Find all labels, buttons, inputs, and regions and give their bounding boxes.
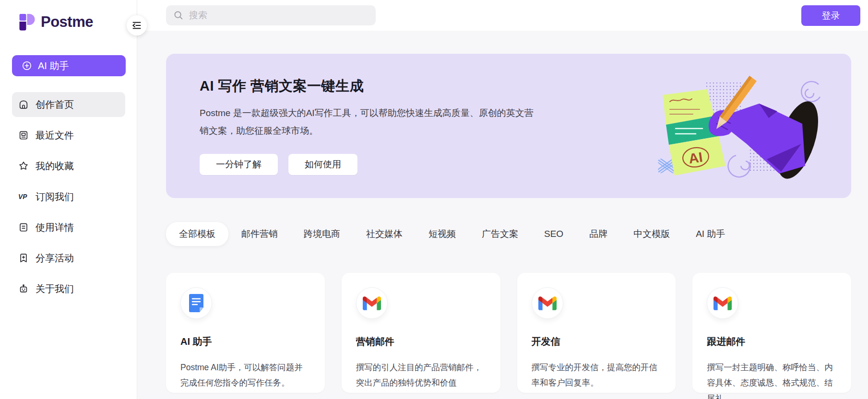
template-card-marketing-email[interactable]: 营销邮件 撰写的引人注目的产品营销邮件，突出产品的独特优势和价值 xyxy=(342,273,500,393)
sidebar-item-label: 分享活动 xyxy=(36,252,74,265)
tab-seo[interactable]: SEO xyxy=(531,223,576,245)
how-to-use-button[interactable]: 如何使用 xyxy=(288,154,357,175)
template-card-grid: AI 助手 Postme AI助手，可以解答问题并完成任何您指令的写作任务。 xyxy=(166,273,851,393)
sidebar-item-share-activity[interactable]: 分享活动 xyxy=(12,246,125,270)
gmail-icon xyxy=(532,287,563,319)
usage-details-icon xyxy=(18,222,29,233)
recent-files-icon xyxy=(18,130,29,141)
circle-plus-icon xyxy=(22,60,32,71)
sidebar-item-label: 使用详情 xyxy=(36,221,74,234)
hero-illustration: AI xyxy=(655,72,828,187)
content-area: AI 写作 营销文案一键生成 Postme 是一款超级强大的AI写作工具，可以帮… xyxy=(137,31,868,399)
tab-email-marketing[interactable]: 邮件营销 xyxy=(228,222,291,246)
favorites-star-icon xyxy=(18,161,29,171)
sidebar-item-usage-details[interactable]: 使用详情 xyxy=(12,215,125,240)
card-title: AI 助手 xyxy=(180,335,310,348)
card-description: 撰写一封主题明确、称呼恰当、内容具体、态度诚恳、格式规范、结尾礼... xyxy=(707,360,837,399)
sidebar-item-label: 我的收藏 xyxy=(36,160,74,173)
card-title: 跟进邮件 xyxy=(707,335,837,348)
svg-text:AI: AI xyxy=(688,149,703,166)
card-title: 营销邮件 xyxy=(356,335,486,348)
tab-brand[interactable]: 品牌 xyxy=(576,222,620,246)
app-window: Postme AI 助手 创作首页 xyxy=(0,0,868,399)
tab-social-media[interactable]: 社交媒体 xyxy=(353,222,416,246)
template-card-follow-up-email[interactable]: 跟进邮件 撰写一封主题明确、称呼恰当、内容具体、态度诚恳、格式规范、结尾礼... xyxy=(692,273,851,393)
card-description: 撰写专业的开发信，提高您的开信率和客户回复率。 xyxy=(532,360,662,391)
main-area: 登录 AI 写作 营销文案一键生成 Postme 是一款超级强大的AI写作工具，… xyxy=(137,0,868,399)
gmail-icon xyxy=(356,287,388,319)
sidebar-item-label: 最近文件 xyxy=(36,129,74,142)
hand-writing-ai-illustration: AI xyxy=(655,72,828,185)
search-bar[interactable] xyxy=(166,5,376,25)
search-icon xyxy=(174,11,183,20)
template-card-cold-email[interactable]: 开发信 撰写专业的开发信，提高您的开信率和客户回复率。 xyxy=(517,273,676,393)
sidebar: Postme AI 助手 创作首页 xyxy=(0,0,137,399)
template-card-ai-assistant[interactable]: AI 助手 Postme AI助手，可以解答问题并完成任何您指令的写作任务。 xyxy=(166,273,325,393)
sidebar-item-about-us[interactable]: 关于我们 xyxy=(12,276,125,301)
template-category-tabs: 全部模板 邮件营销 跨境电商 社交媒体 短视频 广告文案 SEO 品牌 中文模版… xyxy=(166,222,851,246)
card-description: 撰写的引人注目的产品营销邮件，突出产品的独特优势和价值 xyxy=(356,360,486,391)
tab-ai-assistant[interactable]: AI 助手 xyxy=(683,222,738,246)
postme-logo-icon xyxy=(18,12,36,32)
tab-cross-border-ecommerce[interactable]: 跨境电商 xyxy=(291,222,353,246)
tab-all-templates[interactable]: 全部模板 xyxy=(166,222,228,246)
sidebar-item-subscribe[interactable]: VP 订阅我们 xyxy=(12,184,125,209)
brand-name: Postme xyxy=(41,13,93,31)
brand-logo[interactable]: Postme xyxy=(0,0,137,32)
ai-assistant-button-label: AI 助手 xyxy=(38,59,69,72)
login-button[interactable]: 登录 xyxy=(801,5,860,26)
sidebar-item-home[interactable]: 创作首页 xyxy=(12,92,125,117)
tab-short-video[interactable]: 短视频 xyxy=(416,222,469,246)
sidebar-item-recent-files[interactable]: 最近文件 xyxy=(12,123,125,148)
top-bar: 登录 xyxy=(137,0,868,31)
sidebar-item-favorites[interactable]: 我的收藏 xyxy=(12,153,125,178)
sidebar-item-label: 创作首页 xyxy=(36,98,74,111)
one-minute-intro-button[interactable]: 一分钟了解 xyxy=(200,154,278,175)
svg-text:VP: VP xyxy=(18,193,27,200)
home-icon xyxy=(18,99,29,110)
share-activity-icon xyxy=(18,253,29,263)
google-docs-icon xyxy=(180,287,212,319)
collapse-sidebar-button[interactable] xyxy=(127,15,147,35)
search-input[interactable] xyxy=(189,10,362,21)
hero-banner: AI 写作 营销文案一键生成 Postme 是一款超级强大的AI写作工具，可以帮… xyxy=(166,54,851,198)
tab-ad-copy[interactable]: 广告文案 xyxy=(469,222,531,246)
tab-chinese-templates[interactable]: 中文模版 xyxy=(620,222,683,246)
sidebar-item-label: 订阅我们 xyxy=(36,190,74,203)
hero-description: Postme 是一款超级强大的AI写作工具，可以帮助您快速生成高质量、原创的英文… xyxy=(200,104,535,140)
ai-assistant-button[interactable]: AI 助手 xyxy=(12,55,126,76)
card-title: 开发信 xyxy=(532,335,662,348)
gmail-icon xyxy=(707,287,738,319)
collapse-sidebar-icon xyxy=(131,20,142,31)
about-robot-icon xyxy=(18,283,29,294)
sidebar-item-label: 关于我们 xyxy=(36,282,74,295)
vip-subscribe-icon: VP xyxy=(18,191,29,202)
card-description: Postme AI助手，可以解答问题并完成任何您指令的写作任务。 xyxy=(180,360,310,391)
sidebar-nav: 创作首页 最近文件 我的收藏 xyxy=(12,92,125,301)
